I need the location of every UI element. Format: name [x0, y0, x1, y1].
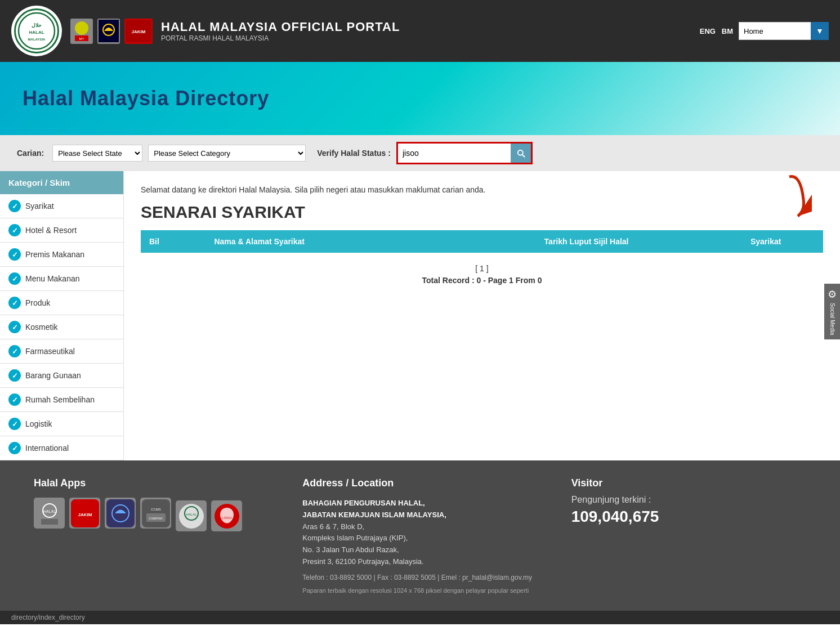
- footer-halal-apps: Halal Apps HALAL JAKIM: [34, 477, 269, 594]
- sidebar-header: Kategori / Skim: [0, 171, 123, 194]
- sidebar: Kategori / Skim Syarikat Hotel & Resort …: [0, 171, 124, 460]
- address-title: Address / Location: [302, 477, 537, 489]
- header-middle: MY JAKIM HALAL MALAYSIA OFFICIAL PORTAL …: [70, 19, 400, 44]
- halal-apps-title: Halal Apps: [34, 477, 269, 489]
- search-icon: [516, 148, 526, 158]
- welcome-text: Selamat datang ke direktori Halal Malays…: [141, 185, 823, 194]
- svg-text:حلال: حلال: [32, 23, 42, 28]
- portal-title: HALAL MALAYSIA OFFICIAL PORTAL: [161, 20, 400, 34]
- halal-apps-logos: HALAL JAKIM CCMS: [34, 498, 269, 531]
- check-icon-logistik: [8, 418, 21, 430]
- address-line-3: Aras 6 & 7, Blok D,: [302, 522, 364, 531]
- sidebar-item-rumah[interactable]: Rumah Sembelihan: [0, 388, 123, 412]
- svg-text:HALAL: HALAL: [43, 509, 55, 513]
- col-bil: Bil: [141, 230, 205, 253]
- sidebar-label-farma: Farmaseutikal: [25, 347, 75, 356]
- visitor-label: Pengunjung terkini :: [571, 495, 806, 505]
- header-title-block: HALAL MALAYSIA OFFICIAL PORTAL PORTAL RA…: [161, 20, 400, 42]
- visitor-title: Visitor: [571, 477, 806, 489]
- lang-eng[interactable]: ENG: [700, 27, 716, 35]
- red-arrow-annotation: [744, 171, 812, 222]
- svg-text:HALAL: HALAL: [29, 30, 44, 35]
- sidebar-item-syarikat[interactable]: Syarikat: [0, 194, 123, 218]
- url-display: directory/index_directory: [11, 614, 85, 621]
- sidebar-label-barang: Barang Gunaan: [25, 371, 81, 380]
- col-company: Nama & Alamat Syarikat: [205, 230, 464, 253]
- check-icon-premis: [8, 248, 21, 261]
- sidebar-item-menu[interactable]: Menu Makanan: [0, 267, 123, 291]
- sidebar-label-international: International: [25, 444, 69, 453]
- lang-switcher[interactable]: ENG BM: [700, 27, 733, 35]
- social-media-button[interactable]: ⚙ Social Media: [824, 284, 840, 339]
- footer-contact: Telefon : 03-8892 5000 | Fax : 03-8892 5…: [302, 574, 537, 581]
- svg-text:JAKIM: JAKIM: [132, 29, 146, 34]
- sidebar-label-menu: Menu Makanan: [25, 274, 80, 283]
- senarai-title: SENARAI SYARIKAT: [141, 203, 823, 222]
- sidebar-item-premis[interactable]: Premis Makanan: [0, 243, 123, 267]
- gear-icon: ⚙: [828, 288, 837, 301]
- svg-text:COMPANY: COMPANY: [149, 517, 163, 520]
- gov-logo-1: MY: [70, 19, 93, 44]
- check-icon-produk: [8, 297, 21, 309]
- check-icon-barang: [8, 369, 21, 382]
- search-input[interactable]: [398, 144, 511, 163]
- halal-logo: حلال HALAL MALAYSIA: [11, 6, 62, 56]
- directory-table: Bil Nama & Alamat Syarikat Tarikh Luput …: [141, 230, 823, 253]
- footer: Halal Apps HALAL JAKIM: [0, 460, 840, 611]
- app-logo-3[interactable]: [105, 498, 136, 529]
- gov-logos: MY JAKIM: [70, 19, 153, 44]
- footer-address-section: Address / Location BAHAGIAN PENGURUSAN H…: [302, 477, 537, 594]
- sidebar-label-kosmetik: Kosmetik: [25, 323, 58, 332]
- search-bar: Carian: Please Select State Please Selec…: [0, 135, 840, 171]
- total-record: Total Record : 0 - Page 1 From 0: [141, 276, 823, 285]
- svg-rect-15: [41, 519, 58, 525]
- address-line-2: JABATAN KEMAJUAN ISLAM MALAYSIA,: [302, 509, 537, 521]
- directory-content: Selamat datang ke direktori Halal Malays…: [124, 171, 840, 460]
- col-expiry: Tarikh Luput Sijil Halal: [464, 230, 709, 253]
- app-logo-1[interactable]: HALAL: [34, 498, 65, 529]
- svg-point-24: [179, 504, 204, 529]
- check-icon-syarikat: [8, 200, 21, 212]
- sidebar-label-produk: Produk: [25, 298, 50, 307]
- address-line-1: BAHAGIAN PENGURUSAN HALAL,: [302, 498, 537, 509]
- sidebar-item-produk[interactable]: Produk: [0, 291, 123, 315]
- sidebar-item-barang[interactable]: Barang Gunaan: [0, 364, 123, 388]
- check-icon-menu: [8, 272, 21, 285]
- category-select[interactable]: Please Select Category: [148, 145, 306, 162]
- app-logo-5[interactable]: HALAL: [176, 500, 207, 531]
- app-logo-4[interactable]: CCMS COMPANY: [140, 498, 171, 529]
- status-bar: directory/index_directory: [0, 611, 840, 624]
- lang-bm[interactable]: BM: [722, 27, 733, 35]
- svg-text:CCMS: CCMS: [151, 508, 161, 511]
- sidebar-item-hotel[interactable]: Hotel & Resort: [0, 218, 123, 243]
- header-nav: ENG BM Home ▼: [700, 22, 829, 40]
- table-header-row: Bil Nama & Alamat Syarikat Tarikh Luput …: [141, 230, 823, 253]
- portal-subtitle: PORTAL RASMI HALAL MALAYSIA: [161, 34, 400, 42]
- sidebar-item-international[interactable]: International: [0, 436, 123, 460]
- address-line-4: Kompleks Islam Putrajaya (KIP),: [302, 534, 408, 542]
- check-icon-kosmetik: [8, 321, 21, 333]
- sidebar-item-logistik[interactable]: Logistik: [0, 412, 123, 436]
- search-label: Carian:: [17, 149, 44, 158]
- app-logo-6[interactable]: LOGO: [211, 500, 242, 531]
- sidebar-item-farma[interactable]: Farmaseutikal: [0, 339, 123, 364]
- address-line-6: Presint 3, 62100 Putrajaya, Malaysia.: [302, 557, 423, 566]
- svg-text:MY: MY: [79, 37, 84, 41]
- sidebar-item-kosmetik[interactable]: Kosmetik: [0, 315, 123, 339]
- check-icon-international: [8, 442, 21, 454]
- gov-logo-jakrim: JAKIM: [124, 19, 153, 44]
- svg-text:MALAYSIA: MALAYSIA: [28, 38, 46, 41]
- search-button[interactable]: [511, 144, 531, 163]
- sidebar-label-rumah: Rumah Sembelihan: [25, 395, 95, 404]
- sidebar-label-hotel: Hotel & Resort: [25, 226, 77, 235]
- nav-home-select[interactable]: Home: [739, 22, 829, 40]
- footer-visitor: Visitor Pengunjung terkini : 109,040,675: [571, 477, 806, 594]
- svg-point-4: [75, 21, 88, 35]
- pagination[interactable]: [ 1 ]: [141, 264, 823, 273]
- state-select[interactable]: Please Select State: [52, 145, 142, 162]
- svg-text:LOGO: LOGO: [222, 516, 232, 520]
- social-media-label: Social Media: [829, 303, 835, 335]
- col-syarikat: Syarikat: [708, 230, 823, 253]
- app-logo-2[interactable]: JAKIM: [69, 498, 100, 529]
- footer-address: BAHAGIAN PENGURUSAN HALAL, JABATAN KEMAJ…: [302, 498, 537, 568]
